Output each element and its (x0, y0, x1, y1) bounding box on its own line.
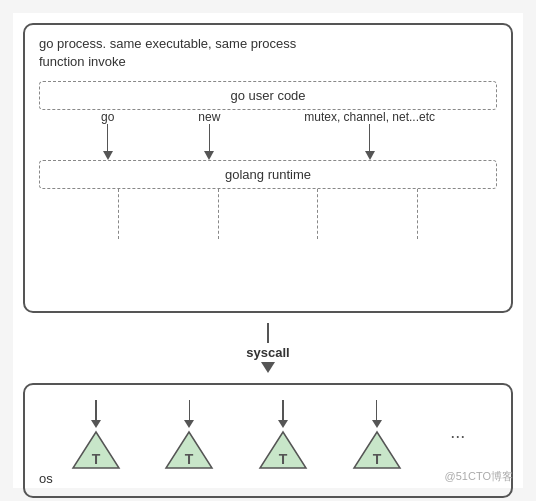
tri-arrow-2 (184, 420, 194, 428)
user-code-label: go user code (230, 88, 305, 103)
syscall-label: syscall (246, 345, 289, 360)
arrow-new-label: new (198, 110, 220, 124)
tri-line-2 (189, 400, 191, 420)
arrow-mutex: mutex, channel, net...etc (304, 110, 435, 160)
tri-line-4 (376, 400, 378, 420)
runtime-box: golang runtime (39, 160, 497, 189)
dashed-line-3 (317, 189, 318, 239)
dashed-line-2 (218, 189, 219, 239)
arrow-go: go (101, 110, 114, 160)
dashed-line-4 (417, 189, 418, 239)
triangles-row: T T (39, 400, 497, 470)
triangle-4: T (352, 430, 402, 470)
process-box: go process. same executable, same proces… (23, 23, 513, 313)
triangle-col-1: T (71, 400, 121, 470)
syscall-section: syscall (23, 323, 513, 373)
os-label: os (39, 471, 53, 486)
triangle-3: T (258, 430, 308, 470)
dashed-lines-section (39, 189, 497, 239)
arrow-mutex-tip (365, 151, 375, 160)
tri-arrow-3 (278, 420, 288, 428)
triangle-col-3: T (258, 400, 308, 470)
triangle-2: T (164, 430, 214, 470)
arrow-go-tip (103, 151, 113, 160)
arrow-mutex-line (369, 124, 371, 151)
triangle-col-2: T (164, 400, 214, 470)
runtime-label: golang runtime (225, 167, 311, 182)
svg-text:T: T (185, 451, 194, 467)
arrow-new: new (198, 110, 220, 160)
triangle-1: T (71, 430, 121, 470)
svg-text:T: T (372, 451, 381, 467)
arrow-mutex-label: mutex, channel, net...etc (304, 110, 435, 124)
tri-line-3 (282, 400, 284, 420)
arrows-container: go new mutex, channel, net...etc (39, 110, 497, 160)
ellipsis: ... (450, 422, 465, 443)
dashed-line-1 (118, 189, 119, 239)
arrow-go-label: go (101, 110, 114, 124)
arrow-go-line (107, 124, 109, 151)
tri-arrow-1 (91, 420, 101, 428)
tri-arrow-4 (372, 420, 382, 428)
diagram-wrapper: go process. same executable, same proces… (13, 13, 523, 488)
svg-text:T: T (279, 451, 288, 467)
triangle-col-4: T (352, 400, 402, 470)
arrow-new-tip (204, 151, 214, 160)
syscall-arrow (261, 362, 275, 373)
arrow-new-line (209, 124, 211, 151)
os-box: T T (23, 383, 513, 498)
tri-line-1 (95, 400, 97, 420)
svg-text:T: T (92, 451, 101, 467)
watermark: @51CTO博客 (445, 469, 513, 484)
user-code-box: go user code (39, 81, 497, 110)
process-title: go process. same executable, same proces… (39, 35, 497, 71)
syscall-line (267, 323, 269, 343)
